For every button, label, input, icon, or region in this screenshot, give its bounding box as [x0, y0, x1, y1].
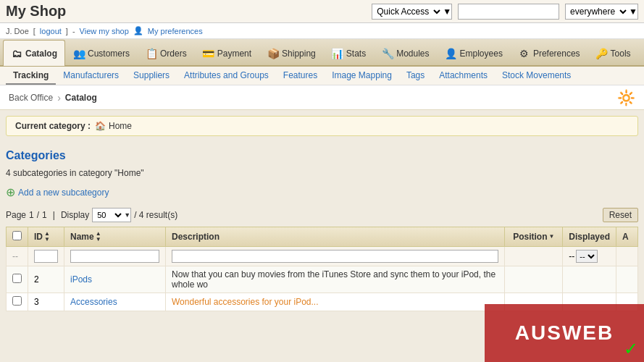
catalog-nav-label: Catalog: [25, 49, 57, 59]
row-name-link[interactable]: Accessories: [70, 297, 117, 307]
display-select-wrapper[interactable]: 50 20 100 ▼: [92, 208, 131, 222]
quick-access-wrapper[interactable]: Quick Access ▼: [372, 4, 452, 20]
results-label: / 4 result(s): [134, 210, 177, 220]
customers-nav-icon: 👥: [73, 48, 85, 59]
stats-nav-icon: 📊: [332, 48, 343, 59]
page-sep: /: [37, 210, 39, 220]
display-arrow: ▼: [124, 211, 130, 219]
filter-name-input[interactable]: [70, 250, 159, 263]
catalog-nav-icon: 🗂: [11, 48, 22, 59]
col-name: Name ▲▼: [64, 227, 166, 247]
row-checkbox[interactable]: [12, 274, 22, 283]
row-name-cell: iPods: [64, 266, 166, 293]
shipping-nav-icon: 📦: [267, 48, 279, 59]
filter-id-input[interactable]: [34, 250, 58, 263]
sub-nav-suppliers[interactable]: Suppliers: [126, 67, 177, 85]
sub-nav-manufacturers[interactable]: Manufacturers: [56, 67, 126, 85]
col-id-label: ID: [34, 232, 43, 242]
watermark: AUSWEB ✓: [485, 304, 644, 362]
select-all-checkbox[interactable]: [12, 231, 22, 240]
nav-tab-catalog[interactable]: 🗂Catalog: [3, 40, 65, 66]
view-shop-link[interactable]: View my shop: [80, 27, 129, 35]
nav-tab-shipping[interactable]: 📦Shipping: [259, 40, 324, 66]
filter-disp-dash: --: [569, 251, 574, 261]
breadcrumb-bar: Back Office › Catalog 🔆: [0, 85, 644, 110]
col-position: Position ▼: [505, 227, 563, 247]
nav-tab-orders[interactable]: 📋Orders: [138, 40, 195, 66]
sub-nav-tags[interactable]: Tags: [399, 67, 432, 85]
watermark-check: ✓: [624, 339, 638, 359]
preferences-nav-icon: ⚙: [519, 48, 530, 59]
category-value: 🏠 Home: [95, 121, 132, 131]
name-sort[interactable]: ▲▼: [96, 231, 101, 243]
everywhere-arrow: ▼: [629, 7, 637, 17]
logout-link[interactable]: logout: [40, 27, 62, 35]
watermark-text: AUSWEB: [515, 321, 614, 345]
orders-nav-icon: 📋: [146, 48, 157, 59]
row-id: 2: [34, 274, 39, 285]
category-bar: Current category : 🏠 Home: [6, 116, 638, 136]
home-icon: 🏠: [95, 121, 106, 131]
row-name-link[interactable]: iPods: [70, 274, 92, 285]
row-id: 3: [34, 297, 39, 307]
nav-tab-customers[interactable]: 👥Customers: [65, 40, 138, 66]
everywhere-select[interactable]: everywhere: [566, 4, 629, 19]
display-select[interactable]: 50 20 100: [93, 209, 124, 222]
add-icon: ⊕: [6, 185, 15, 199]
breadcrumb-current: Catalog: [65, 93, 97, 103]
nav-tab-stats[interactable]: 📊Stats: [324, 40, 374, 66]
everywhere-wrapper[interactable]: everywhere ▼: [565, 4, 638, 20]
sub-nav-stock_movements[interactable]: Stock Movements: [495, 67, 578, 85]
content: Categories 4 subcategories in category "…: [0, 142, 644, 311]
top-bar: My Shop Quick Access ▼ everywhere ▼: [0, 0, 644, 23]
add-new-subcategory[interactable]: ⊕ Add a new subcategory: [6, 181, 638, 203]
col-desc: Description: [166, 227, 505, 247]
filter-cell-disp: -- --: [563, 247, 616, 266]
sub-nav-features[interactable]: Features: [276, 67, 325, 85]
nav-tab-modules[interactable]: 🔧Modules: [374, 40, 437, 66]
preferences-link[interactable]: My preferences: [148, 27, 203, 35]
top-bar-left: My Shop: [6, 3, 66, 20]
sub-nav-image_mapping[interactable]: Image Mapping: [325, 67, 399, 85]
row-a-cell: [616, 266, 638, 293]
row-checkbox-cell: [7, 293, 28, 311]
quick-access-select[interactable]: Quick Access: [372, 4, 443, 19]
sub-nav-tracking[interactable]: Tracking: [6, 67, 56, 85]
sub-nav-attributes[interactable]: Attributes and Groups: [177, 67, 276, 85]
sub-nav-attachments[interactable]: Attachments: [432, 67, 495, 85]
filter-disp-select[interactable]: --: [576, 250, 598, 263]
search-input[interactable]: [458, 4, 559, 20]
categories-heading: Categories: [6, 142, 638, 165]
nav-tab-preferences[interactable]: ⚙Preferences: [511, 40, 588, 66]
subcategory-info: 4 subcategories in category "Home": [6, 165, 638, 181]
shipping-nav-label: Shipping: [282, 49, 316, 59]
col-displayed-label: Displayed: [569, 232, 610, 242]
id-sort[interactable]: ▲▼: [44, 231, 50, 243]
category-label: Current category :: [15, 121, 91, 131]
row-pos-cell: [505, 266, 563, 293]
category-name: Home: [109, 121, 132, 131]
user-separator2: ]: [66, 27, 68, 35]
nav-tab-tools[interactable]: 🔑Tools: [588, 40, 639, 66]
col-name-label: Name: [70, 232, 94, 242]
nav-tab-payment[interactable]: 💳Payment: [195, 40, 259, 66]
page-total: 1: [42, 210, 47, 220]
filter-cell-id: [28, 247, 64, 266]
nav-tab-employees[interactable]: 👤Employees: [438, 40, 511, 66]
add-new-link[interactable]: Add a new subcategory: [18, 188, 109, 198]
row-checkbox[interactable]: [12, 296, 22, 306]
orders-nav-label: Orders: [160, 49, 187, 59]
preferences-nav-label: Preferences: [533, 49, 580, 59]
breadcrumb-parent: Back Office: [9, 93, 53, 103]
col-position-label: Position: [513, 232, 547, 242]
filter-cell-name: [64, 247, 166, 266]
position-sort[interactable]: ▼: [549, 234, 555, 240]
customers-nav-label: Customers: [88, 49, 130, 59]
filter-desc-input[interactable]: [172, 250, 498, 263]
sub-nav: TrackingManufacturersSuppliersAttributes…: [0, 67, 644, 85]
row-disp-cell: [563, 266, 616, 293]
pagination-bar: Page 1 / 1 | Display 50 20 100 ▼ / 4 res…: [6, 203, 638, 227]
stats-nav-label: Stats: [346, 49, 366, 59]
reset-button[interactable]: Reset: [603, 208, 638, 222]
filter-cell-pos: [505, 247, 563, 266]
